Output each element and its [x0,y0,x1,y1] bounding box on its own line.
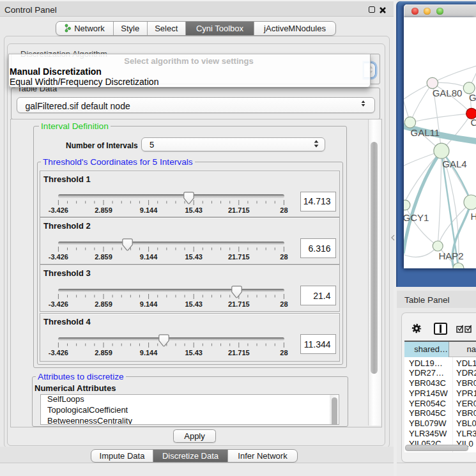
svg-text:GAL80: GAL80 [432,88,462,98]
svg-text:C: C [470,117,476,128]
svg-text:GAL4: GAL4 [442,158,466,169]
svg-text:G.: G. [469,92,476,103]
svg-text:HAP2: HAP2 [438,250,463,261]
svg-text:H: H [470,211,476,222]
svg-text:GCY1: GCY1 [404,212,429,223]
svg-text:GAL11: GAL11 [410,127,440,138]
